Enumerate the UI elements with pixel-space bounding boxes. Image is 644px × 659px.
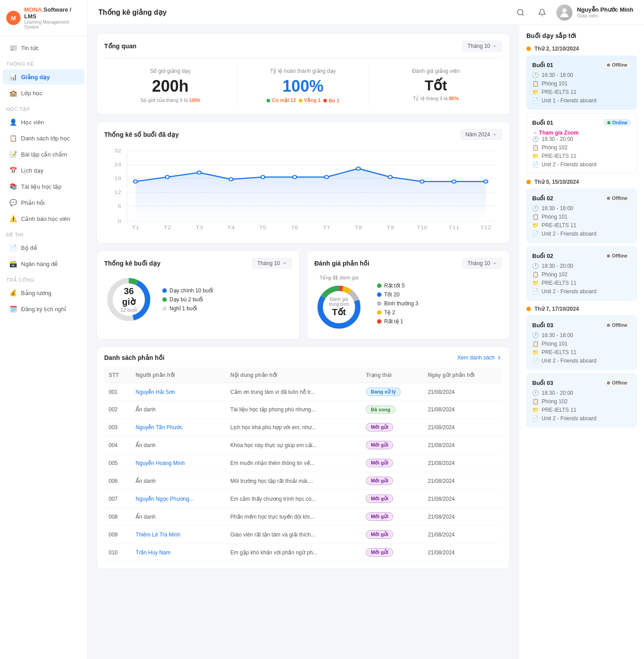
teaching-stats-period-dropdown[interactable]: Tháng 10 xyxy=(252,258,292,269)
overview-period-dropdown[interactable]: Tháng 10 xyxy=(462,41,502,51)
cell-reviewer: Ẩn danh xyxy=(131,508,226,526)
sidebar-item-label: Học viên xyxy=(21,119,44,126)
sidebar-item-exam-set[interactable]: 📄 Bộ đề xyxy=(3,240,85,255)
svg-text:T12: T12 xyxy=(480,225,491,230)
cell-reviewer[interactable]: Thiêm Lê Trà Minh xyxy=(131,526,226,544)
cell-reviewer[interactable]: Nguyễn Hoàng Minh xyxy=(131,454,226,472)
session-info: 🕐16:30 - 18:00 📋Phòng 101 📁PRE-IELTS 11 … xyxy=(532,205,631,237)
sidebar-item-classes[interactable]: 🏫 Lớp học xyxy=(3,85,85,101)
sidebar-item-label: Đăng ký lịch nghỉ xyxy=(21,306,66,313)
cell-stt: 001 xyxy=(104,383,131,401)
unit-icon: 📄 xyxy=(532,161,538,168)
sidebar-item-label: Tài liệu học tập xyxy=(21,183,61,190)
sidebar-item-class-list[interactable]: 📋 Danh sách lớp học xyxy=(3,131,85,146)
sessions-chart-period-dropdown[interactable]: Năm 2024 xyxy=(461,129,502,140)
stat-hours-value: 200h xyxy=(109,77,232,96)
table-row: 005 Nguyễn Hoàng Minh Em muốn nhận thêm … xyxy=(104,454,502,472)
svg-text:6: 6 xyxy=(118,203,121,209)
svg-text:T7: T7 xyxy=(323,225,330,230)
svg-text:24: 24 xyxy=(114,162,122,167)
col-status: Trạng thái xyxy=(361,368,423,383)
question-bank-icon: 🗃️ xyxy=(9,260,17,267)
unit-icon: 📄 xyxy=(532,415,538,422)
session-info: 🕐18:30 - 20:00 📋Phòng 102 📁PRE-IELTS 11 … xyxy=(532,136,631,168)
user-name: Nguyễn Phước Minh xyxy=(577,6,633,13)
stat-rating: Đánh giá giảng viên Tốt Tỷ lệ tháng 9 là… xyxy=(369,64,502,107)
sidebar-item-leave[interactable]: 🗓️ Đăng ký lịch nghỉ xyxy=(3,301,85,317)
cell-date: 21/08/2024 xyxy=(424,383,502,401)
stat-hours: Số giờ giảng dạy 200h Số giờ của tháng 9… xyxy=(104,64,237,107)
feedback-rating-title: Đánh giá phản hồi xyxy=(314,260,369,267)
sidebar-item-schedule[interactable]: 📅 Lịch dạy xyxy=(3,163,85,178)
course-icon: 📁 xyxy=(532,407,538,413)
sidebar-item-feedback[interactable]: 💬 Phản hồi xyxy=(3,195,85,210)
search-icon[interactable] xyxy=(513,5,528,20)
view-all-link[interactable]: Xem danh sách xyxy=(458,355,502,361)
unit-icon: 📄 xyxy=(532,97,538,104)
sidebar-item-label: Tin tức xyxy=(21,45,38,51)
section-label-tracong: Trả công xyxy=(0,272,87,285)
sidebar-item-students[interactable]: 👤 Học viên xyxy=(3,114,85,130)
cell-reviewer: Ẩn danh xyxy=(131,401,226,418)
svg-text:0: 0 xyxy=(118,219,121,224)
cell-reviewer[interactable]: Trần Huy Nam xyxy=(131,544,226,562)
notification-icon[interactable] xyxy=(535,5,549,20)
svg-text:T11: T11 xyxy=(449,225,459,230)
topbar: Thống kê giảng dạy Nguyễn Phước Minh Giá… xyxy=(88,0,644,25)
sidebar-item-teaching[interactable]: 📊 Giảng dạy xyxy=(3,69,85,84)
room-icon: 📋 xyxy=(532,144,538,151)
sidebar-item-question-bank[interactable]: 🗃️ Ngân hàng đề xyxy=(3,256,85,271)
day-dot xyxy=(526,46,531,51)
cell-status: Mới gửi xyxy=(361,508,423,526)
teaching-stats-title: Thống kê buổi dạy xyxy=(104,260,161,267)
sidebar-item-label: Bộ đề xyxy=(21,245,37,251)
course-icon: 📁 xyxy=(532,280,538,286)
cell-reviewer[interactable]: Nguyễn Tấn Phước xyxy=(131,418,226,436)
day-dot xyxy=(526,180,531,184)
zoom-join-button[interactable]: → Tham gia Zoom xyxy=(532,130,631,136)
feedback-rating-period-dropdown[interactable]: Tháng 10 xyxy=(462,258,502,269)
stat-completion-label: Tỷ lệ hoàn thành giảng dạy xyxy=(242,68,365,74)
clock-icon: 🕐 xyxy=(532,263,538,269)
cell-reviewer[interactable]: Nguyễn Ngọc Phương... xyxy=(131,490,226,508)
cell-status: Mới gửi xyxy=(361,436,423,454)
sidebar-item-salary[interactable]: 💰 Bảng lương xyxy=(3,285,85,300)
feedback-table: STT Người phản hồi Nội dung phản hồi Trạ… xyxy=(104,368,502,562)
svg-text:18: 18 xyxy=(114,176,122,181)
table-row: 001 Nguyễn Hải Sơn Cảm ơn trung tâm vì đ… xyxy=(104,383,502,401)
sidebar-item-label: Bảng lương xyxy=(21,290,51,296)
session-title: Buổi 03 xyxy=(532,322,553,329)
sidebar-item-materials[interactable]: 📚 Tài liệu học tập xyxy=(3,179,85,194)
course-icon: 📁 xyxy=(532,89,538,95)
cell-date: 21/08/2024 xyxy=(424,401,502,418)
stat-completion-value: 100% xyxy=(242,77,365,96)
cell-status: Mới gửi xyxy=(361,418,423,436)
two-col-row: Thống kê buổi dạy Tháng 10 xyxy=(97,250,510,339)
logo-icon: M xyxy=(6,11,21,25)
teaching-icon: 📊 xyxy=(9,73,17,80)
day-dot xyxy=(526,307,531,311)
svg-text:T3: T3 xyxy=(195,225,203,230)
sidebar-item-alerts[interactable]: ⚠️ Cảnh báo học viên xyxy=(3,211,85,226)
clock-icon: 🕐 xyxy=(532,332,538,338)
cell-reviewer[interactable]: Nguyễn Hải Sơn xyxy=(131,383,226,401)
sidebar-item-news[interactable]: 📰 Tin tức xyxy=(3,40,85,55)
svg-point-19 xyxy=(229,178,233,181)
feedback-rating-card: Đánh giá phản hồi Tháng 10 Tổng 31 đánh … xyxy=(307,250,510,339)
cell-date: 21/08/2024 xyxy=(424,418,502,436)
unit-icon: 📄 xyxy=(532,231,538,237)
sidebar-item-homework[interactable]: 📝 Bài tập cần chấm xyxy=(3,147,85,162)
class-list-icon: 📋 xyxy=(9,135,17,142)
session-card: Buổi 01 Offline 🕐16:30 - 18:00 📋Phòng 10… xyxy=(526,55,637,110)
overview-title: Tổng quan xyxy=(104,42,136,50)
sidebar-item-label: Lịch dạy xyxy=(21,167,43,174)
svg-point-21 xyxy=(292,176,297,179)
topbar-actions: Nguyễn Phước Minh Giáo viên xyxy=(513,4,633,21)
svg-text:T4: T4 xyxy=(227,225,234,230)
session-info: 🕐18:30 - 20:00 📋Phòng 102 📁PRE-IELTS 11 … xyxy=(532,390,631,422)
session-card: Buổi 03 Offline 🕐18:30 - 20:00 📋Phòng 10… xyxy=(526,373,637,427)
table-row: 007 Nguyễn Ngọc Phương... Em cảm thấy ch… xyxy=(104,490,502,508)
svg-text:12: 12 xyxy=(114,190,122,195)
cell-date: 21/08/2024 xyxy=(424,436,502,454)
cell-stt: 002 xyxy=(104,401,131,418)
